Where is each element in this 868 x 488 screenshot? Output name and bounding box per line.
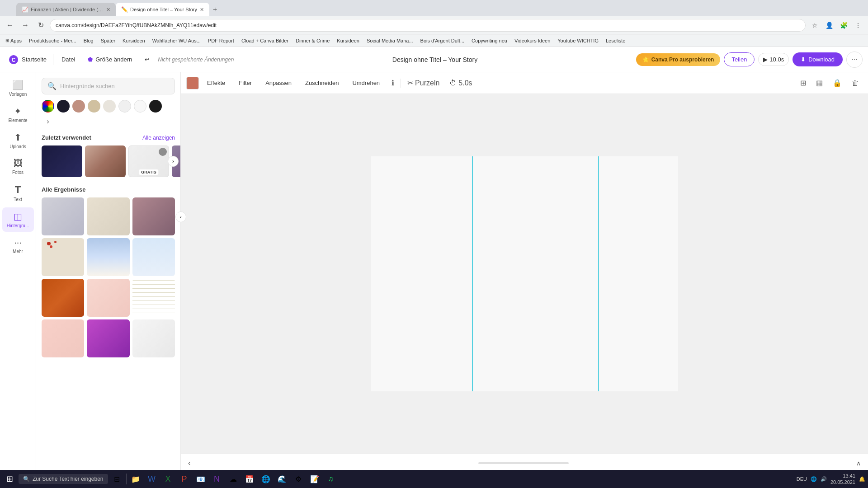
swatch-white[interactable] bbox=[118, 100, 131, 113]
start-button[interactable]: ⊞ bbox=[3, 472, 17, 486]
purify-button[interactable]: ✂ Purzeln bbox=[404, 76, 443, 89]
thumb-more-dots[interactable]: ··· bbox=[159, 148, 167, 156]
bookmark-14[interactable]: Youtube WICHTIG bbox=[556, 37, 600, 44]
tab-2[interactable]: ✏️ Design ohne Titel – Your Story ✕ bbox=[116, 3, 209, 16]
bookmark-9[interactable]: Kursideen bbox=[335, 37, 361, 44]
duration-button[interactable]: ⏱ 5.0s bbox=[446, 77, 476, 89]
search-input[interactable] bbox=[60, 83, 169, 89]
bookmark-5[interactable]: Wahlfächer WU Aus... bbox=[151, 37, 203, 44]
effects-button[interactable]: Effekte bbox=[202, 77, 231, 89]
taskbar-clock[interactable]: 13:41 20.05.2021 bbox=[830, 473, 855, 486]
bookmark-10[interactable]: Social Media Mana... bbox=[365, 37, 415, 44]
filter-button[interactable]: Filter bbox=[233, 77, 257, 89]
checker-button[interactable]: ▦ bbox=[812, 76, 826, 89]
swatch-black[interactable] bbox=[149, 100, 162, 113]
swatch-more-button[interactable]: › bbox=[42, 115, 54, 128]
taskbar-edge[interactable]: 🌊 bbox=[275, 472, 289, 486]
forward-button[interactable]: → bbox=[19, 19, 32, 32]
reload-button[interactable]: ↻ bbox=[34, 19, 47, 32]
sidebar-item-uploads[interactable]: ⬆ Uploads bbox=[2, 128, 34, 153]
bookmark-8[interactable]: Dinner & Crime bbox=[294, 37, 331, 44]
sidebar-item-mehr[interactable]: ··· Mehr bbox=[2, 234, 34, 258]
file-menu-button[interactable]: Datei bbox=[57, 53, 80, 66]
bookmark-13[interactable]: Videokurs Ideen bbox=[513, 37, 552, 44]
result-thumb-2[interactable] bbox=[87, 197, 129, 235]
taskbar-calendar[interactable]: 📅 bbox=[242, 472, 257, 486]
notification-icon[interactable]: 🔔 bbox=[859, 476, 865, 482]
show-all-link[interactable]: Alle anzeigen bbox=[142, 135, 175, 141]
more-options-button[interactable]: ··· bbox=[846, 52, 863, 68]
scroll-left-button[interactable]: ‹ bbox=[188, 459, 190, 467]
lock-button[interactable]: 🔒 bbox=[829, 76, 845, 89]
canva-pro-button[interactable]: ⭐ Canva Pro ausprobieren bbox=[636, 53, 721, 66]
taskbar-outlook[interactable]: 📧 bbox=[193, 472, 208, 486]
swatch-nearwhite[interactable] bbox=[134, 100, 146, 113]
bookmark-11[interactable]: Bois d'Argent Duft... bbox=[419, 37, 466, 44]
taskbar-onedrive[interactable]: ☁ bbox=[226, 472, 241, 486]
tab2-close[interactable]: ✕ bbox=[200, 7, 204, 13]
taskbar-onenote[interactable]: N bbox=[210, 472, 224, 486]
result-thumb-10[interactable] bbox=[42, 319, 84, 357]
adjust-button[interactable]: Anpassen bbox=[260, 77, 297, 89]
new-tab-button[interactable]: + bbox=[209, 5, 221, 14]
result-thumb-9[interactable] bbox=[132, 279, 175, 317]
result-thumb-6[interactable] bbox=[132, 238, 175, 276]
collapse-up-button[interactable]: ∧ bbox=[856, 460, 861, 467]
url-bar[interactable]: canva.com/design/DAEFa2FYihQ/fUBNAkZMNlh… bbox=[50, 19, 806, 32]
swatch-dark[interactable] bbox=[57, 100, 70, 113]
taskbar-settings[interactable]: ⚙ bbox=[291, 472, 306, 486]
collapse-panel-button[interactable]: ‹ bbox=[175, 211, 186, 222]
recent-scroll-right[interactable]: › bbox=[168, 156, 179, 167]
sidebar-item-fotos[interactable]: 🖼 Fotos bbox=[2, 155, 34, 178]
result-thumb-3[interactable] bbox=[132, 197, 175, 235]
bookmark-3[interactable]: Später bbox=[99, 37, 117, 44]
taskbar-explorer[interactable]: 📁 bbox=[128, 472, 143, 486]
taskbar-task-view[interactable]: ⊟ bbox=[110, 472, 124, 486]
sidebar-item-hintergrund[interactable]: ◫ Hintergru... bbox=[2, 207, 34, 232]
result-thumb-4[interactable] bbox=[42, 238, 84, 276]
result-thumb-8[interactable] bbox=[87, 279, 129, 317]
grid-view-button[interactable]: ⊞ bbox=[797, 76, 810, 89]
tab1-close[interactable]: ✕ bbox=[106, 7, 110, 13]
search-bar[interactable]: 🔍 bbox=[42, 78, 175, 94]
taskbar-search[interactable]: 🔍 Zur Suche Text hier eingeben bbox=[19, 474, 108, 484]
back-button[interactable]: ← bbox=[4, 19, 16, 32]
result-thumb-5[interactable] bbox=[87, 238, 129, 276]
taskbar-word[interactable]: W bbox=[145, 472, 159, 486]
tab-1[interactable]: 📈 Finanzen | Aktien | Dividende (C... ✕ bbox=[16, 3, 116, 16]
sidebar-item-text[interactable]: T Text bbox=[2, 180, 34, 206]
bookmark-btn[interactable]: ☆ bbox=[808, 19, 821, 32]
canvas-page[interactable] bbox=[371, 156, 678, 391]
share-button[interactable]: Teilen bbox=[724, 52, 755, 66]
toolbar-color-swatch[interactable] bbox=[186, 77, 199, 89]
taskbar-chrome[interactable]: 🌐 bbox=[259, 472, 273, 486]
taskbar-notes[interactable]: 📝 bbox=[307, 472, 322, 486]
swatch-light[interactable] bbox=[103, 100, 116, 113]
undo-button[interactable]: ↩ bbox=[140, 53, 154, 66]
sidebar-item-vorlagen[interactable]: ⬜ Vorlagen bbox=[2, 76, 34, 100]
delete-button[interactable]: 🗑 bbox=[848, 77, 863, 89]
taskbar-powerpoint[interactable]: P bbox=[177, 472, 192, 486]
recent-thumb-1[interactable] bbox=[42, 145, 82, 177]
result-thumb-12[interactable] bbox=[132, 319, 175, 357]
bookmark-12[interactable]: Copywriting neu bbox=[470, 37, 509, 44]
bookmark-15[interactable]: Leseliste bbox=[604, 37, 627, 44]
bookmark-7[interactable]: Cload + Canva Bilder bbox=[240, 37, 290, 44]
bookmark-4[interactable]: Kursideen bbox=[121, 37, 147, 44]
taskbar-spotify[interactable]: ♫ bbox=[324, 472, 338, 486]
profile-btn[interactable]: 👤 bbox=[823, 19, 835, 32]
swatch-beige[interactable] bbox=[88, 100, 100, 113]
extensions-btn[interactable]: 🧩 bbox=[837, 19, 850, 32]
flip-button[interactable]: Umdrehen bbox=[347, 77, 385, 89]
swatch-rose[interactable] bbox=[72, 100, 85, 113]
bookmark-apps[interactable]: ⊞Apps bbox=[4, 37, 24, 44]
swatch-gradient[interactable] bbox=[42, 100, 54, 113]
bookmark-2[interactable]: Blog bbox=[82, 37, 95, 44]
recent-thumb-2[interactable] bbox=[85, 145, 126, 177]
recent-thumb-3[interactable]: ··· GRATIS bbox=[128, 145, 169, 177]
sidebar-item-elemente[interactable]: ✦ Elemente bbox=[2, 102, 34, 127]
result-thumb-1[interactable] bbox=[42, 197, 84, 235]
info-button[interactable]: ℹ bbox=[388, 76, 398, 89]
crop-button[interactable]: Zuschneiden bbox=[300, 77, 344, 89]
browser-menu-btn[interactable]: ⋮ bbox=[852, 19, 864, 32]
